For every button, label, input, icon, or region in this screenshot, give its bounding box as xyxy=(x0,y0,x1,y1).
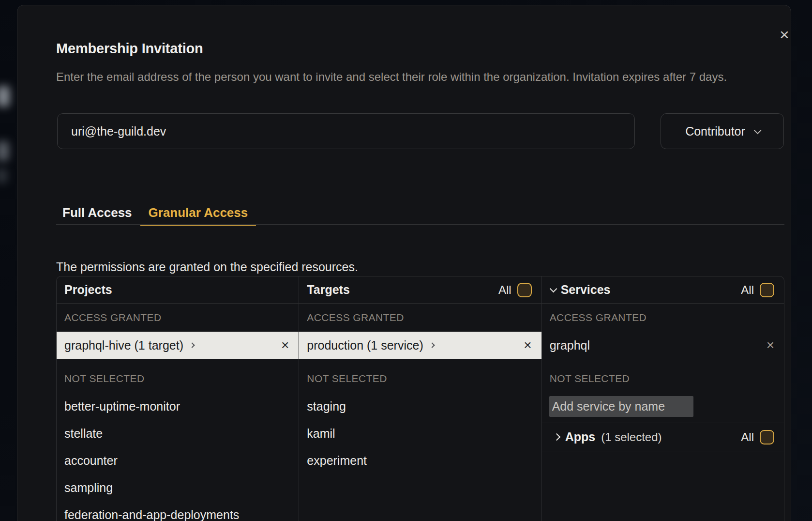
chevron-right-icon xyxy=(553,433,560,441)
role-select-value: Contributor xyxy=(685,124,745,138)
remove-service-icon[interactable]: × xyxy=(767,338,774,352)
close-icon[interactable]: × xyxy=(774,24,795,45)
apps-row[interactable]: Apps (1 selected) All xyxy=(542,423,784,451)
services-all-label: All xyxy=(741,283,754,297)
targets-column: Targets All ACCESS GRANTED production (1… xyxy=(299,276,541,521)
services-column: Services All ACCESS GRANTED graphql × NO… xyxy=(542,276,784,521)
chevron-right-icon xyxy=(189,342,195,348)
services-all-checkbox[interactable] xyxy=(760,283,774,297)
targets-header-label: Targets xyxy=(307,283,349,297)
selected-target-row[interactable]: production (1 service) × xyxy=(299,332,541,359)
apps-all-checkbox[interactable] xyxy=(760,430,774,444)
project-list-item[interactable]: stellate xyxy=(57,420,299,447)
add-service-input[interactable] xyxy=(549,396,693,417)
remove-project-icon[interactable]: × xyxy=(281,338,289,352)
membership-invitation-dialog: × Membership Invitation Enter the email … xyxy=(17,5,791,521)
projects-header: Projects xyxy=(57,276,299,304)
apps-all-label: All xyxy=(741,430,754,444)
role-select[interactable]: Contributor xyxy=(661,113,784,149)
target-list-item[interactable]: kamil xyxy=(299,420,541,447)
targets-list: staging kamil experiment xyxy=(299,393,541,474)
project-list-item[interactable]: accounter xyxy=(57,447,299,474)
tab-full-access[interactable]: Full Access xyxy=(54,201,140,226)
target-list-item[interactable]: staging xyxy=(299,393,541,420)
targets-header: Targets All xyxy=(299,276,541,304)
targets-access-granted-label: ACCESS GRANTED xyxy=(299,304,541,332)
background-blur-blob xyxy=(0,86,10,107)
services-header-label: Services xyxy=(561,283,611,297)
targets-not-selected-label: NOT SELECTED xyxy=(299,359,541,393)
dialog-description: Enter the email address of the person yo… xyxy=(56,68,788,86)
project-list-item[interactable]: sampling xyxy=(57,474,299,501)
projects-not-selected-label: NOT SELECTED xyxy=(57,359,299,393)
invite-email-input[interactable] xyxy=(57,113,635,149)
services-section: ACCESS GRANTED graphql × NOT SELECTED xyxy=(542,304,784,423)
remove-target-icon[interactable]: × xyxy=(524,338,531,352)
tab-granular-access[interactable]: Granular Access xyxy=(140,201,256,226)
selected-project-label: graphql-hive (1 target) xyxy=(64,338,183,352)
dialog-title: Membership Invitation xyxy=(56,41,203,57)
add-service-row xyxy=(542,393,784,420)
background-blur-blob xyxy=(0,169,7,183)
chevron-down-icon xyxy=(754,126,762,134)
resource-selector-table: Projects ACCESS GRANTED graphql-hive (1 … xyxy=(56,276,784,521)
projects-column: Projects ACCESS GRANTED graphql-hive (1 … xyxy=(57,276,299,521)
tabs-divider xyxy=(56,224,784,225)
apps-selected-count: (1 selected) xyxy=(601,430,662,444)
background-blur-blob xyxy=(0,141,9,161)
targets-all-checkbox[interactable] xyxy=(517,283,532,297)
targets-all-label: All xyxy=(498,283,511,297)
chevron-right-icon xyxy=(429,342,435,348)
projects-header-label: Projects xyxy=(64,283,112,297)
project-list-item[interactable]: federation-and-app-deployments xyxy=(57,501,299,521)
selected-service-label: graphql xyxy=(550,338,590,352)
services-not-selected-label: NOT SELECTED xyxy=(542,359,784,393)
selected-project-row[interactable]: graphql-hive (1 target) × xyxy=(57,332,299,359)
chevron-down-icon xyxy=(549,285,557,293)
services-access-granted-label: ACCESS GRANTED xyxy=(542,304,784,332)
selected-target-label: production (1 service) xyxy=(307,338,423,352)
selected-service-row[interactable]: graphql × xyxy=(542,332,784,359)
permissions-note: The permissions are granted on the speci… xyxy=(56,260,358,274)
target-list-item[interactable]: experiment xyxy=(299,447,541,474)
services-header[interactable]: Services All xyxy=(542,276,784,304)
apps-label: Apps xyxy=(565,430,596,444)
access-tabs: Full Access Granular Access xyxy=(54,201,256,226)
projects-list: better-uptime-monitor stellate accounter… xyxy=(57,393,299,521)
project-list-item[interactable]: better-uptime-monitor xyxy=(57,393,299,420)
projects-access-granted-label: ACCESS GRANTED xyxy=(57,304,299,332)
